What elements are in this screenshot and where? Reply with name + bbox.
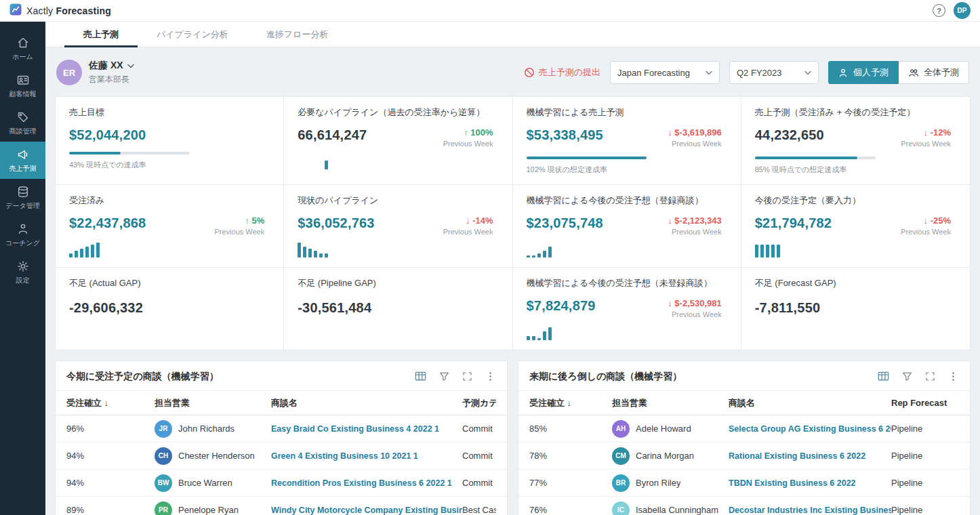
sidebar-item-label: コーチング	[5, 239, 40, 248]
progress-bar	[755, 157, 876, 159]
table-row[interactable]: 94%CHChester HendersonGreen 4 Existing B…	[56, 442, 507, 470]
kpi-value: -7,811,550	[755, 300, 821, 316]
table-current-quarter-deals: 今期に受注予定の商談（機械学習） 受注確立 ↓ 担当営業 商談名	[55, 360, 508, 515]
rep-avatar: BW	[155, 474, 172, 492]
deal-name-link[interactable]: Green 4 Existing Business 10 2021 1	[271, 451, 462, 461]
table-body: 96%JRJohn RichardsEasy Braid Co Existing…	[56, 415, 507, 515]
deal-name-link[interactable]: Rational Existing Business 6 2022	[729, 451, 891, 461]
period-filter-select[interactable]: Q2 FY2023	[729, 61, 819, 84]
rep-cell: AHAdele Howard	[612, 420, 729, 438]
table-row[interactable]: 96%JRJohn RichardsEasy Braid Co Existing…	[56, 415, 507, 442]
expand-icon[interactable]	[462, 371, 473, 382]
tab-pipeline-analysis[interactable]: パイプライン分析	[138, 22, 247, 47]
mini-bar-chart	[69, 242, 270, 258]
mini-bar-chart	[325, 154, 498, 169]
table-view-icon[interactable]	[877, 370, 890, 383]
brand-suffix: Forecasting	[56, 5, 111, 16]
column-header-rep[interactable]: 担当営業	[155, 397, 271, 409]
sidebar-item-coaching[interactable]: コーチング	[0, 216, 45, 253]
sidebar-item-label: ホーム	[12, 52, 33, 62]
kpi-ml-expected-unregistered: 機械学習による今後の受注予想（未登録商談） $7,824,879 ↓ $-2,5…	[513, 268, 741, 350]
rep-cell: JRJohn Richards	[155, 420, 271, 438]
expand-icon[interactable]	[924, 371, 936, 382]
mini-bar-chart	[527, 325, 727, 340]
column-header-deal[interactable]: 商談名	[271, 397, 462, 409]
sidebar: ホーム 顧客情報 商談管理 売上予測 データ管理 コーチング	[0, 22, 45, 515]
column-header-probability[interactable]: 受注確立 ↓	[529, 397, 612, 409]
sidebar-item-home[interactable]: ホーム	[0, 30, 45, 67]
kebab-menu-icon[interactable]	[947, 371, 959, 382]
tab-sales-forecast[interactable]: 売上予測	[64, 22, 138, 47]
kpi-current-pipeline: 現状のパイプライン $36,052,763 ↓ -14% Previous We…	[284, 185, 512, 268]
overall-forecast-button[interactable]: 全体予測	[899, 61, 969, 84]
filter-icon[interactable]	[438, 371, 450, 382]
kpi-title: 機械学習による今後の受注予想（未登録商談）	[527, 277, 727, 289]
table-row[interactable]: 89%PRPenelope RyanWindy City Motorcycle …	[56, 497, 507, 515]
kpi-delta: ↓ $-3,619,896	[668, 127, 722, 138]
kpi-delta-block: ↑ 5% Previous Week	[214, 215, 270, 236]
topbar-right: ? DP	[933, 2, 971, 19]
rep-avatar: AH	[612, 420, 630, 438]
sidebar-item-deals[interactable]: 商談管理	[0, 104, 45, 142]
personal-forecast-label: 個人予測	[853, 66, 889, 79]
deal-name-link[interactable]: Easy Braid Co Existing Business 4 2022 1	[271, 424, 462, 434]
table-body: 85%AHAdele HowardSelecta Group AG Existi…	[518, 415, 970, 515]
forecast-category: Pipeline	[891, 451, 959, 461]
deal-name-link[interactable]: Decostar Industries Inc Existing Busines…	[729, 506, 891, 515]
table-view-icon[interactable]	[414, 370, 427, 383]
blocked-circle-icon	[524, 67, 535, 78]
kpi-value: -30,561,484	[298, 300, 371, 316]
deal-name-link[interactable]: Selecta Group AG Existing Business 6 202…	[729, 424, 891, 434]
deal-name-link[interactable]: Recondition Pros Existing Business 6 202…	[271, 478, 462, 488]
kpi-title: 現状のパイプライン	[298, 194, 498, 207]
content: ER 佐藤 XX 営業本部長 売上予測の提出	[45, 47, 980, 515]
team-filter-select[interactable]: Japan Forecasting	[610, 61, 720, 84]
deal-name-link[interactable]: Windy City Motorcycle Company Existing B…	[271, 506, 462, 515]
sidebar-item-data[interactable]: データ管理	[0, 179, 45, 216]
kpi-delta-block: ↓ -12% Previous Week	[901, 127, 956, 148]
win-probability: 89%	[66, 505, 155, 515]
manager-meta: 佐藤 XX 営業本部長	[89, 60, 134, 85]
user-avatar[interactable]: DP	[954, 2, 971, 19]
win-probability: 94%	[66, 451, 155, 461]
submit-forecast-button[interactable]: 売上予測の提出	[524, 66, 600, 79]
manager-name-dropdown[interactable]: 佐藤 XX	[89, 60, 134, 72]
win-probability: 96%	[66, 424, 155, 434]
table-row[interactable]: 76%ICIsabella CunninghamDecostar Industr…	[518, 497, 970, 515]
brand[interactable]: Xactly Forecasting	[9, 3, 111, 18]
table-header: 来期に後ろ倒しの商談（機械学習）	[518, 361, 970, 390]
column-header-deal[interactable]: 商談名	[729, 397, 891, 409]
kebab-menu-icon[interactable]	[485, 371, 496, 382]
column-header-rep[interactable]: 担当営業	[612, 397, 729, 409]
kpi-title: 今後の受注予定（要入力）	[755, 194, 956, 207]
column-header-probability[interactable]: 受注確立 ↓	[66, 397, 155, 409]
kpi-closed-won: 受注済み $22,437,868 ↑ 5% Previous Week	[56, 185, 284, 268]
table-row[interactable]: 85%AHAdele HowardSelecta Group AG Existi…	[518, 415, 970, 442]
column-header-category[interactable]: 予測カテゴリ	[462, 397, 496, 409]
previous-week-label: Previous Week	[901, 140, 951, 148]
table-row[interactable]: 78%CMCarina MorganRational Existing Busi…	[518, 442, 970, 470]
tab-progress-flow-analysis[interactable]: 進捗フロー分析	[247, 22, 348, 47]
sidebar-item-forecast[interactable]: 売上予測	[0, 142, 45, 179]
help-icon[interactable]: ?	[933, 4, 945, 17]
filter-icon[interactable]	[901, 371, 913, 382]
table-row[interactable]: 77%BRByron RileyTBDN Existing Business 6…	[518, 470, 970, 497]
kpi-title: 機械学習による売上予測	[527, 106, 727, 119]
kpi-total-sales-forecast: 売上予測（受注済み + 今後の受注予定） 44,232,650 ↓ -12% P…	[741, 97, 970, 185]
table-row[interactable]: 94%BWBruce WarrenRecondition Pros Existi…	[56, 470, 507, 497]
deal-name-link[interactable]: TBDN Existing Business 6 2022	[729, 478, 891, 488]
previous-week-label: Previous Week	[901, 228, 951, 236]
mini-bar-chart	[527, 242, 727, 258]
sidebar-item-label: 商談管理	[9, 127, 37, 136]
data-icon	[16, 185, 30, 199]
sidebar-item-customers[interactable]: 顧客情報	[0, 67, 45, 104]
table-tools	[877, 370, 959, 383]
column-header-category[interactable]: Rep Forecast	[891, 398, 959, 408]
sidebar-item-settings[interactable]: 設定	[0, 253, 45, 291]
rep-cell: CHChester Henderson	[155, 447, 271, 465]
personal-forecast-button[interactable]: 個人予測	[828, 61, 899, 84]
kpi-value: $52,044,200	[69, 127, 146, 143]
kpi-ml-expected-registered: 機械学習による今後の受注予想（登録商談） $23,075,748 ↓ $-2,1…	[513, 185, 741, 268]
win-probability: 85%	[529, 424, 612, 434]
deals-icon	[16, 110, 30, 124]
